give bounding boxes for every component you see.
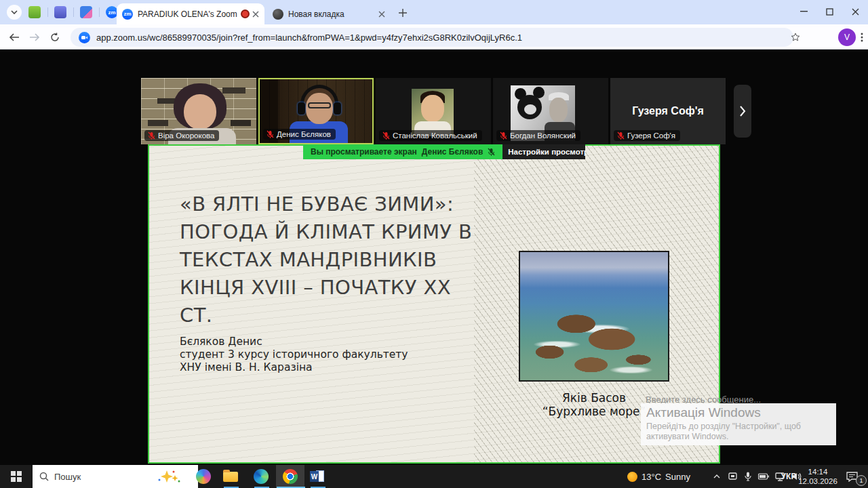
participant-tile-stanislav[interactable]: Станіслав Ковальський bbox=[376, 78, 491, 144]
pinned-tab-mail-icon[interactable] bbox=[28, 6, 41, 18]
tab-new-tab[interactable]: Новая вкладка bbox=[267, 3, 391, 24]
battery-icon bbox=[758, 473, 769, 480]
windows-taskbar: Пошук W bbox=[0, 465, 868, 488]
window-minimize-button[interactable] bbox=[791, 0, 816, 23]
date-text: 12.03.2026 bbox=[797, 476, 838, 486]
participant-tile-guzerya[interactable]: Гузеря Соф'я Гузеря Соф'я bbox=[610, 78, 726, 144]
star-icon bbox=[791, 33, 800, 42]
desktop-screen: zm zm PARADIUK OLENA's Zoom М Новая вкла… bbox=[0, 0, 868, 488]
pinned-tab-teams-icon[interactable] bbox=[54, 6, 66, 18]
url-text: app.zoom.us/wc/86589970035/join?ref_from… bbox=[96, 33, 522, 43]
camera-icon bbox=[81, 35, 87, 40]
word-icon: W bbox=[310, 470, 325, 483]
time-text: 14:14 bbox=[797, 467, 838, 476]
address-bar[interactable]: app.zoom.us/wc/86589970035/join?ref_from… bbox=[71, 28, 793, 47]
close-tab-icon[interactable] bbox=[378, 11, 385, 18]
next-participants-button[interactable] bbox=[734, 85, 751, 138]
participant-face bbox=[184, 94, 216, 129]
tab-separator bbox=[73, 7, 74, 17]
back-arrow-icon bbox=[9, 33, 20, 41]
participant-tile-vira[interactable]: Віра Окорокова bbox=[141, 78, 256, 144]
participant-name-tag: Віра Окорокова bbox=[144, 130, 219, 141]
windows-activation-watermark: Активація Windows Перейдіть до розділу "… bbox=[641, 403, 836, 445]
tray-battery-button[interactable] bbox=[755, 465, 772, 488]
share-banner: Вы просматриваете экран Денис Бєляков На… bbox=[303, 144, 585, 159]
close-icon bbox=[852, 8, 859, 16]
weather-icon-button[interactable] bbox=[623, 465, 642, 488]
search-icon bbox=[39, 472, 49, 481]
word-letter-tile: W bbox=[310, 471, 319, 482]
zoom-meeting-page: Віра Окорокова Денис Бєляков bbox=[0, 49, 868, 465]
mic-muted-icon bbox=[617, 131, 625, 140]
notification-count-badge: 1 bbox=[856, 475, 867, 486]
mic-muted-icon bbox=[488, 148, 495, 156]
avatar-photo bbox=[412, 89, 454, 136]
site-icon bbox=[79, 32, 90, 43]
participant-tile-bohdan[interactable]: Богдан Волянский bbox=[493, 78, 608, 144]
new-tab-button[interactable] bbox=[399, 7, 407, 20]
mic-muted-icon bbox=[382, 131, 390, 140]
copilot-icon bbox=[196, 469, 211, 484]
cast-device-icon bbox=[728, 472, 738, 481]
headphone-cup-left bbox=[298, 102, 305, 115]
browser-menu-button[interactable] bbox=[853, 28, 868, 46]
window-close-button[interactable] bbox=[842, 0, 868, 23]
mic-muted-icon bbox=[267, 130, 274, 138]
glasses bbox=[308, 102, 331, 108]
new-tab-favicon bbox=[273, 9, 283, 20]
share-banner-message: Вы просматриваете экран Денис Бєляков bbox=[303, 144, 502, 159]
maximize-icon bbox=[826, 8, 833, 16]
bookmark-button[interactable] bbox=[787, 28, 804, 46]
back-button[interactable] bbox=[5, 28, 23, 46]
activation-body: Перейдіть до розділу "Настройки", щоб ак… bbox=[646, 422, 831, 442]
chevron-up-icon bbox=[713, 474, 720, 479]
forward-arrow-icon bbox=[29, 33, 40, 41]
view-options-button[interactable]: Настройки просмотра bbox=[502, 144, 585, 159]
reload-icon bbox=[50, 33, 60, 42]
screen-share-view: «В ЯЛТІ НЕ БУВАЄ ЗИМИ»: ПОГОДА Й КЛІМАТ … bbox=[148, 144, 720, 464]
window-maximize-button[interactable] bbox=[816, 0, 842, 23]
tray-cast-button[interactable] bbox=[724, 465, 741, 488]
edge-icon bbox=[254, 469, 269, 484]
start-button[interactable] bbox=[0, 465, 33, 488]
taskbar-copilot-button[interactable] bbox=[190, 465, 217, 488]
forward-button[interactable] bbox=[26, 28, 43, 46]
tray-microphone-button[interactable] bbox=[741, 465, 755, 488]
seascape-painting-image bbox=[519, 251, 669, 382]
tray-expand-button[interactable] bbox=[709, 465, 724, 488]
participant-name-tag: Станіслав Ковальський bbox=[379, 130, 482, 141]
taskbar-clock[interactable]: 14:14 12.03.2026 bbox=[797, 467, 838, 486]
slide-author-block: Бєляков Денис студент 3 курсу історичног… bbox=[180, 336, 408, 374]
participant-name-tag: Денис Бєляков bbox=[263, 129, 336, 140]
chrome-icon bbox=[283, 469, 298, 484]
activation-title: Активація Windows bbox=[646, 405, 831, 420]
man-face bbox=[549, 98, 568, 122]
tab-separator bbox=[47, 7, 48, 17]
participant-name-tag: Богдан Волянский bbox=[496, 130, 580, 141]
minimize-icon bbox=[800, 11, 808, 12]
pinned-tab-office-icon[interactable] bbox=[80, 6, 92, 18]
zoom-favicon: zm bbox=[122, 9, 133, 20]
plus-icon bbox=[399, 9, 407, 17]
tab-search-button[interactable] bbox=[7, 5, 22, 20]
browser-tab-strip: zm zm PARADIUK OLENA's Zoom М Новая вкла… bbox=[0, 0, 868, 24]
close-tab-icon[interactable] bbox=[252, 11, 259, 18]
taskbar-file-explorer-button[interactable] bbox=[217, 465, 244, 488]
tab-zoom-meeting[interactable]: zm PARADIUK OLENA's Zoom М bbox=[117, 3, 264, 24]
brick-decor bbox=[148, 120, 168, 126]
tab-title: PARADIUK OLENA's Zoom М bbox=[138, 9, 238, 19]
participant-name-tag: Гузеря Соф'я bbox=[614, 130, 680, 141]
microphone-icon bbox=[745, 472, 751, 481]
taskbar-word-button[interactable]: W bbox=[304, 465, 331, 488]
recording-indicator-icon bbox=[241, 9, 250, 18]
taskbar-edge-button[interactable] bbox=[248, 465, 275, 488]
language-indicator[interactable]: УКР bbox=[780, 465, 797, 488]
weather-widget[interactable]: 13°C Sunny bbox=[642, 465, 707, 488]
reload-button[interactable] bbox=[46, 28, 64, 46]
tab-separator bbox=[99, 7, 100, 17]
participant-tile-denys-active-speaker[interactable]: Денис Бєляков bbox=[258, 78, 374, 144]
taskbar-search[interactable]: Пошук bbox=[33, 465, 198, 488]
taskbar-chrome-button[interactable] bbox=[277, 465, 304, 488]
brick-decor bbox=[231, 120, 251, 126]
tab-title: Новая вкладка bbox=[288, 9, 378, 19]
